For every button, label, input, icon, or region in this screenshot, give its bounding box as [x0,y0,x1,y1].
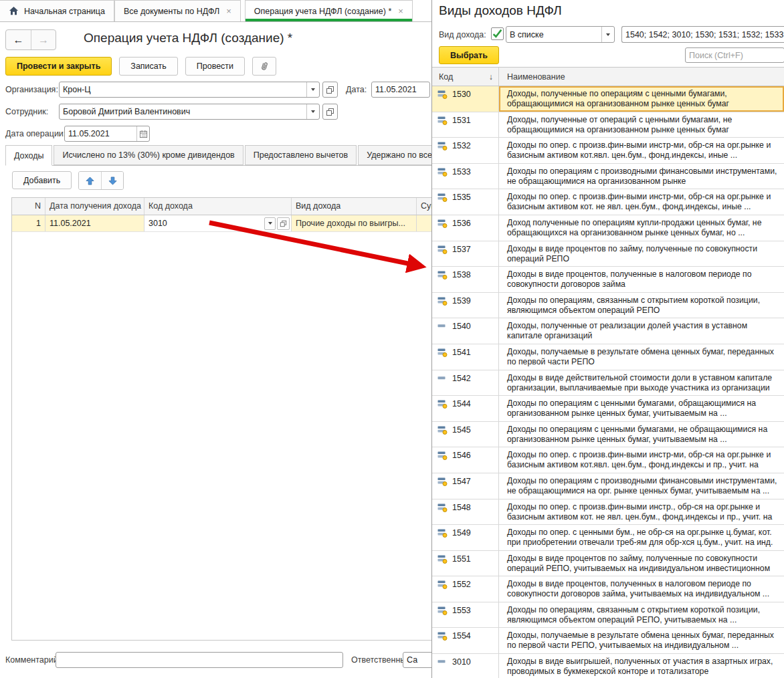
column-header-name[interactable]: Наименование [499,68,784,86]
tab-close-icon[interactable]: × [398,6,403,16]
income-code: 1548 [452,503,471,512]
organization-dropdown-button[interactable] [306,82,319,97]
code-cell: 1531 [432,112,499,138]
comment-input[interactable] [56,652,343,668]
tab-label: Операция учета НДФЛ (создание) * [254,7,391,16]
back-button[interactable]: ← [6,30,31,49]
incomes-table: N Дата получения дохода Код дохода Вид д… [11,197,432,641]
income-code-dropdown-button[interactable] [264,217,276,230]
list-item[interactable]: 1536 Доход полученные по операциям купли… [432,215,784,241]
catalog-item-icon [437,193,448,202]
income-name: Доходы по операциям, связанным с открыти… [499,293,784,318]
column-header-income-date[interactable]: Дата получения дохода [45,198,144,215]
filter-value-field[interactable]: 1540; 1542; 3010; 1530; 1531; 1532; 1533… [621,26,784,43]
move-row-buttons [78,171,124,190]
employee-open-button[interactable] [322,104,338,120]
income-code: 1530 [452,90,471,99]
income-code: 1538 [452,270,471,279]
list-item[interactable]: 1544 Доходы по операциям с ценными бумаг… [432,396,784,422]
date-value: 11.05.2021 [372,85,429,94]
tab-calculated-13-30[interactable]: Исчислено по 13% (30%) кроме дивидендов [54,145,243,165]
list-item[interactable]: 1532 Доходы по опер. с произв.фин-выми и… [432,138,784,164]
move-up-button[interactable] [79,172,101,189]
tab-withheld[interactable]: Удержано по все [358,145,432,165]
list-item[interactable]: 1538 Доходы в виде процентов, полученные… [432,267,784,293]
column-header-code[interactable]: Код ↓ [432,68,499,86]
list-item[interactable]: 1554 Доходы, получаемые в результате обм… [432,628,784,654]
list-item[interactable]: 1548 Доходы по опер. с произв.фин-выми и… [432,499,784,526]
tab-close-icon[interactable]: × [226,6,231,16]
income-name: Доходы, получаемые в результате обмена ц… [499,628,784,653]
date-field[interactable]: 11.05.2021 [371,82,430,98]
income-sum-cell[interactable] [417,215,432,231]
add-row-button[interactable]: Добавить [12,171,72,189]
income-code: 1554 [452,631,471,641]
income-name: Доходы в виде процентов по займу, получе… [499,241,784,267]
list-item[interactable]: 1540 Доходы, полученные от реализации до… [432,318,784,344]
catalog-item-icon [437,90,448,99]
income-name: Доход полученные по операциям купли-прод… [499,215,784,241]
filter-operation-dropdown-button[interactable] [601,27,614,42]
column-header-n[interactable]: N [12,198,45,215]
organization-open-button[interactable] [322,82,338,98]
calendar-button[interactable] [136,126,149,141]
organization-field[interactable]: Крон-Ц [59,82,320,98]
list-item[interactable]: 1547 Доходы по операциям с производными … [432,473,784,499]
filter-operation-select[interactable]: В списке [506,26,615,43]
income-types-picker-panel: Виды доходов НДФЛ Вид дохода: В списке 1… [431,0,784,678]
list-item[interactable]: 1535 Доходы по опер. с произв.фин-выми и… [432,189,784,215]
organization-label: Организация: [5,82,58,98]
responsible-field[interactable]: Са [403,652,432,668]
list-item[interactable]: 1539 Доходы по операциям, связанным с от… [432,293,784,319]
column-header-sum[interactable]: Сумма [417,198,432,215]
income-code: 1544 [452,399,471,409]
column-header-income-kind[interactable]: Вид дохода [292,198,417,215]
income-types-list-header: Код ↓ Наименование [432,68,784,86]
code-cell: 1548 [432,499,499,525]
operation-date-field[interactable]: 11.05.2021 [64,126,150,142]
list-item[interactable]: 1531 Доходы, полученные от операций с це… [432,112,784,138]
catalog-item-icon [437,296,448,306]
code-cell: 1545 [432,422,499,447]
post-and-close-button[interactable]: Провести и закрыть [5,57,112,76]
list-item[interactable]: 1533 Доходы по операциям с производными … [432,164,784,190]
tab-deductions-provided[interactable]: Предоставлено вычетов [245,145,357,165]
post-button[interactable]: Провести [185,57,245,76]
income-code-open-button[interactable] [277,217,290,230]
column-header-income-code[interactable]: Код дохода [144,198,292,215]
list-item[interactable]: 1542 Доходы в виде действительной стоимо… [432,370,784,397]
list-item[interactable]: 1553 Доходы по операциям, связанным с от… [432,602,784,629]
attachments-button[interactable] [252,57,276,76]
tab-incomes[interactable]: Доходы [5,145,52,166]
list-item[interactable]: 3010 Доходы в виде выигрышей, полученных… [432,654,784,678]
select-button[interactable]: Выбрать [439,46,499,64]
move-down-button[interactable] [101,172,123,189]
income-name: Доходы по операциям с производными финан… [499,473,784,499]
list-item[interactable]: 1545 Доходы по операциям с ценными бумаг… [432,422,784,448]
income-date-cell[interactable]: 11.05.2021 [45,215,144,231]
table-row[interactable]: 1 11.05.2021 3010 Прочие доходы по выигр… [12,215,432,232]
list-item[interactable]: 1549 Доходы по опер. с ценными бум., не … [432,525,784,551]
list-item[interactable]: 1546 Доходы по опер. с произв.фин-выми и… [432,447,784,473]
write-button[interactable]: Записать [119,57,177,76]
tab-home[interactable]: Начальная страница [0,0,114,21]
catalog-item-icon [437,657,448,667]
income-code-cell[interactable]: 3010 [144,215,292,231]
employee-dropdown-button[interactable] [306,104,319,119]
list-item[interactable]: 1530 Доходы, полученные по операциям с ц… [432,86,784,112]
list-item[interactable]: 1551 Доходы в виде процентов по займу, п… [432,551,784,577]
list-item[interactable]: 1537 Доходы в виде процентов по займу, п… [432,241,784,267]
tab-ndfl-operation[interactable]: Операция учета НДФЛ (создание) * × [245,0,413,21]
forward-button[interactable]: → [31,30,56,49]
income-kind-cell[interactable]: Прочие доходы по выигры... [292,215,417,231]
income-kind-filter-checkbox[interactable] [491,27,504,40]
catalog-item-icon [437,116,448,125]
tab-all-ndfl-documents[interactable]: Все документы по НДФЛ × [114,0,241,21]
search-input[interactable] [685,47,784,63]
employee-field[interactable]: Боровой Дмитрий Валентинович [59,104,320,120]
arrow-up-icon [86,177,94,185]
income-name: Доходы по опер. с произв.фин-выми инстр-… [499,189,784,215]
list-item[interactable]: 1552 Доходы в виде процентов, полученных… [432,576,784,602]
list-item[interactable]: 1541 Доходы, получаемые в результате обм… [432,344,784,370]
code-cell: 1532 [432,138,499,163]
